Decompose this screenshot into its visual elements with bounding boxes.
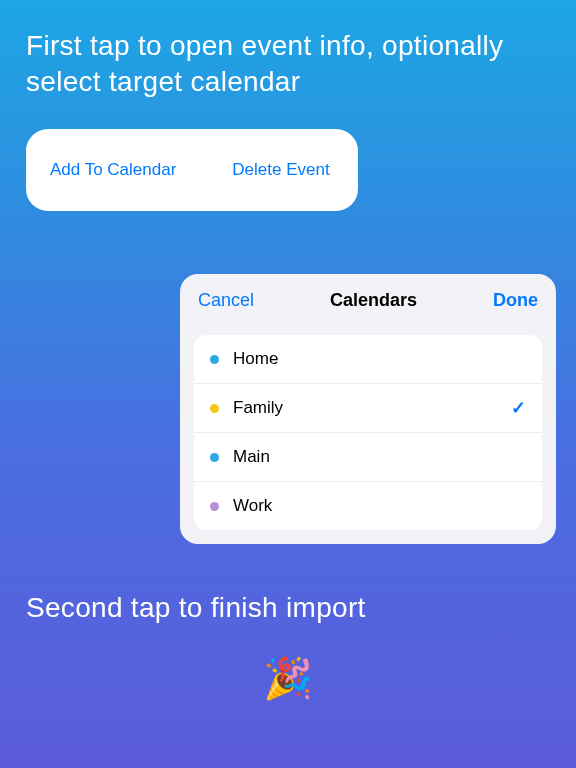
calendar-row-work[interactable]: Work [194,482,542,530]
picker-title: Calendars [330,290,417,311]
checkmark-icon: ✓ [511,397,526,419]
calendar-label: Home [233,349,526,369]
calendar-dot-icon [210,355,219,364]
picker-header: Cancel Calendars Done [180,274,556,327]
delete-event-button[interactable]: Delete Event [232,160,329,180]
calendar-label: Family [233,398,526,418]
calendar-row-family[interactable]: Family ✓ [194,384,542,433]
instruction-heading-2: Second tap to finish import [26,592,366,624]
calendar-dot-icon [210,404,219,413]
instruction-heading-1: First tap to open event info, optionally… [0,0,576,101]
party-popper-icon: 🎉 [263,655,313,702]
calendar-row-main[interactable]: Main [194,433,542,482]
add-to-calendar-button[interactable]: Add To Calendar [50,160,176,180]
calendar-row-home[interactable]: Home [194,335,542,384]
calendar-label: Main [233,447,526,467]
event-action-card: Add To Calendar Delete Event [26,129,358,211]
calendar-dot-icon [210,453,219,462]
calendar-dot-icon [210,502,219,511]
calendar-picker-sheet: Cancel Calendars Done Home Family ✓ Main… [180,274,556,544]
calendar-label: Work [233,496,526,516]
done-button[interactable]: Done [493,290,538,311]
calendar-list: Home Family ✓ Main Work [194,335,542,530]
cancel-button[interactable]: Cancel [198,290,254,311]
